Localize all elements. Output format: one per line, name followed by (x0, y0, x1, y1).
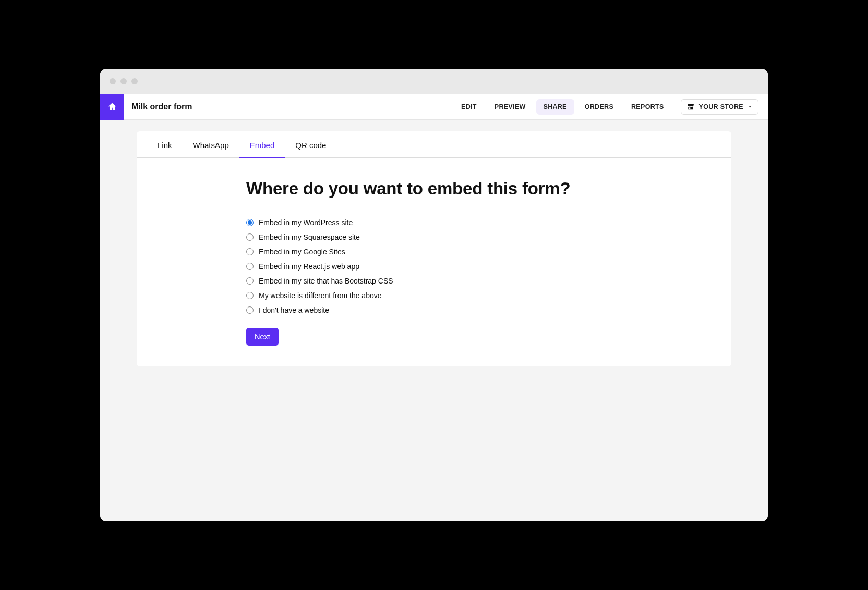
option-label: My website is different from the above (259, 291, 382, 300)
radio-icon (246, 248, 254, 255)
embed-option-google-sites[interactable]: Embed in my Google Sites (246, 248, 611, 256)
nav-share[interactable]: SHARE (536, 99, 574, 115)
your-store-dropdown[interactable]: YOUR STORE (681, 99, 758, 115)
radio-icon (246, 292, 254, 299)
option-label: Embed in my Google Sites (259, 248, 345, 256)
browser-frame: Milk order form EDIT PREVIEW SHARE ORDER… (100, 69, 768, 521)
tab-qrcode[interactable]: QR code (285, 131, 336, 158)
window-dot-close[interactable] (110, 78, 116, 84)
home-button[interactable] (100, 94, 124, 120)
home-icon (107, 102, 117, 112)
nav-reports[interactable]: REPORTS (624, 99, 671, 115)
nav-preview[interactable]: PREVIEW (487, 99, 533, 115)
radio-icon (246, 277, 254, 285)
option-label: Embed in my Squarespace site (259, 233, 360, 241)
topbar: Milk order form EDIT PREVIEW SHARE ORDER… (100, 94, 768, 120)
option-label: Embed in my WordPress site (259, 218, 353, 227)
content-wrap: Link WhatsApp Embed QR code Where do you… (100, 120, 768, 378)
store-icon (686, 103, 695, 111)
option-label: I don't have a website (259, 306, 329, 314)
embed-panel: Where do you want to embed this form? Em… (246, 158, 611, 346)
tab-embed[interactable]: Embed (239, 131, 285, 158)
form-title: Milk order form (124, 102, 192, 112)
window-dot-zoom[interactable] (131, 78, 138, 84)
browser-titlebar (100, 69, 768, 94)
option-label: Embed in my site that has Bootstrap CSS (259, 277, 393, 285)
radio-icon (246, 219, 254, 226)
radio-icon (246, 233, 254, 241)
embed-option-other-website[interactable]: My website is different from the above (246, 291, 611, 300)
embed-option-react[interactable]: Embed in my React.js web app (246, 262, 611, 271)
nav-orders[interactable]: ORDERS (577, 99, 621, 115)
share-tabs: Link WhatsApp Embed QR code (137, 131, 731, 158)
store-label: YOUR STORE (699, 103, 743, 110)
embed-question: Where do you want to embed this form? (246, 179, 611, 199)
share-card: Link WhatsApp Embed QR code Where do you… (137, 131, 731, 366)
embed-option-squarespace[interactable]: Embed in my Squarespace site (246, 233, 611, 241)
app-root: Milk order form EDIT PREVIEW SHARE ORDER… (100, 94, 768, 521)
embed-option-bootstrap[interactable]: Embed in my site that has Bootstrap CSS (246, 277, 611, 285)
radio-icon (246, 263, 254, 270)
window-dot-minimize[interactable] (120, 78, 127, 84)
embed-options: Embed in my WordPress site Embed in my S… (246, 218, 611, 314)
embed-option-no-website[interactable]: I don't have a website (246, 306, 611, 314)
option-label: Embed in my React.js web app (259, 262, 359, 271)
chevron-down-icon (748, 104, 753, 109)
embed-option-wordpress[interactable]: Embed in my WordPress site (246, 218, 611, 227)
nav-edit[interactable]: EDIT (454, 99, 484, 115)
next-button[interactable]: Next (246, 328, 279, 346)
radio-icon (246, 306, 254, 314)
topbar-nav: EDIT PREVIEW SHARE ORDERS REPORTS (454, 99, 671, 115)
tab-whatsapp[interactable]: WhatsApp (183, 131, 239, 158)
tab-link[interactable]: Link (147, 131, 183, 158)
